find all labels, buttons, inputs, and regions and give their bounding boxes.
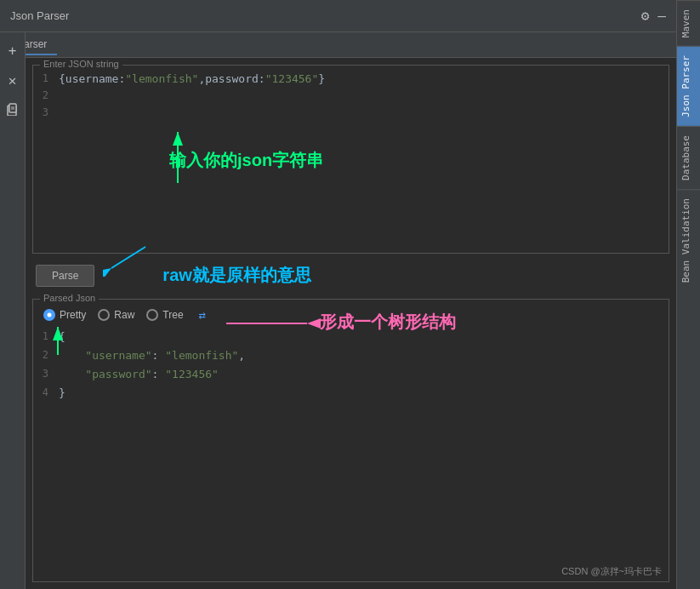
radio-raw-circle (98, 309, 110, 321)
parsed-code-output: 1 { 2 "username": "lemonfish", 3 "passwo… (33, 327, 669, 563)
content-wrapper: Enter JSON string 1 {username:"lemonfish… (26, 58, 676, 589)
left-toolbar: + ✕ (0, 32, 26, 589)
line-num-1: 1 (33, 72, 59, 84)
right-sidebar: Maven Json Parser Database Bean Validati… (676, 0, 700, 589)
parse-area: Parse raw就是原样的意思 (26, 257, 676, 295)
refresh-icon[interactable]: ⇄ (199, 308, 206, 322)
radio-pretty-circle (43, 309, 55, 321)
annotation-input: 输入你的json字符串 (169, 149, 323, 172)
parse-button[interactable]: Parse (36, 265, 94, 287)
pretty-arrow-svg (45, 323, 71, 357)
svg-line-7 (111, 247, 145, 268)
radio-raw[interactable]: Raw (98, 309, 134, 321)
parsed-line-4: 4 } (33, 386, 669, 405)
sidebar-tab-bean-validation[interactable]: Bean Validation (677, 189, 700, 291)
settings-icon[interactable]: ⚙ (641, 8, 650, 24)
radio-tree-circle (146, 309, 158, 321)
input-line-1: 1 {username:"lemonfish",password:"123456… (33, 72, 669, 89)
radio-tree[interactable]: Tree (146, 309, 183, 321)
radio-raw-label: Raw (114, 309, 134, 321)
parsed-linenum-3: 3 (33, 368, 59, 380)
annotation-raw: raw就是原样的意思 (162, 264, 310, 287)
paste-button[interactable] (3, 99, 23, 123)
input-section-label: Enter JSON string (40, 59, 122, 69)
parsed-content-3: "password": "123456" (59, 368, 219, 380)
parsed-json-section: Parsed Json Pretty Raw Tree ⇄ (32, 299, 669, 582)
svg-rect-1 (9, 104, 16, 112)
radio-pretty-label: Pretty (60, 309, 86, 321)
raw-arrow-svg (103, 243, 154, 277)
parsed-linenum-4: 4 (33, 386, 59, 398)
sidebar-tab-json-parser[interactable]: Json Parser (677, 46, 700, 126)
parsed-content-2: "username": "lemonfish", (59, 349, 245, 362)
parsed-section-label: Parsed Json (40, 293, 99, 303)
watermark: CSDN @凉拌~玛卡巴卡 (33, 563, 669, 581)
tab-bar: Parser (0, 32, 676, 58)
title-bar: Json Parser ⚙ — (0, 0, 676, 32)
sidebar-tab-maven[interactable]: Maven (677, 0, 700, 46)
json-input-editor[interactable]: 1 {username:"lemonfish",password:"123456… (33, 66, 669, 253)
line-num-3: 3 (33, 106, 59, 118)
parsed-line-2: 2 "username": "lemonfish", (33, 349, 669, 368)
parsed-line-3: 3 "password": "123456" (33, 368, 669, 386)
radio-bar: Pretty Raw Tree ⇄ (33, 300, 669, 327)
tree-arrow-svg (222, 311, 324, 345)
input-line-3: 3 (33, 106, 669, 123)
input-line-2: 2 (33, 89, 669, 106)
app-title: Json Parser (10, 9, 69, 22)
add-button[interactable]: + (5, 39, 20, 62)
parsed-content-4: } (59, 386, 65, 399)
radio-tree-label: Tree (162, 309, 183, 321)
close-button[interactable]: ✕ (5, 69, 20, 92)
annotation-tree: 形成一个树形结构 (320, 311, 456, 334)
minimize-icon[interactable]: — (657, 8, 666, 24)
line-num-2: 2 (33, 89, 59, 101)
radio-pretty[interactable]: Pretty (43, 309, 86, 321)
line-content-1: {username:"lemonfish",password:"123456"} (59, 72, 325, 85)
json-input-section: Enter JSON string 1 {username:"lemonfish… (32, 65, 669, 254)
sidebar-tab-database[interactable]: Database (677, 126, 700, 189)
